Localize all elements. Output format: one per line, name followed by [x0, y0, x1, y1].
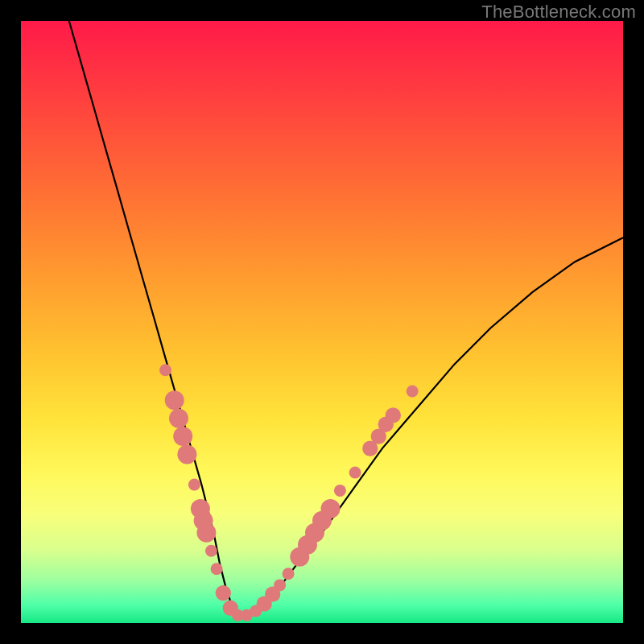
curve-marker [216, 585, 231, 601]
curve-marker [334, 485, 346, 497]
curve-svg [21, 21, 623, 623]
curve-marker [169, 409, 188, 428]
curve-marker [177, 445, 196, 464]
curve-marker [211, 563, 223, 575]
curve-markers [159, 364, 419, 621]
curve-marker [349, 467, 361, 479]
curve-marker [196, 523, 216, 543]
curve-marker [173, 427, 192, 446]
curve-marker [274, 579, 286, 591]
curve-marker [159, 364, 171, 376]
curve-marker [321, 499, 341, 518]
watermark-text: TheBottleneck.com [481, 2, 636, 23]
curve-marker [205, 545, 217, 557]
bottleneck-curve [69, 21, 623, 614]
curve-marker [407, 386, 419, 398]
plot-area [21, 21, 623, 623]
curve-marker [188, 479, 200, 491]
curve-marker [165, 390, 184, 410]
curve-marker [386, 407, 401, 423]
curve-marker [283, 568, 295, 580]
chart-frame: TheBottleneck.com [0, 0, 644, 644]
